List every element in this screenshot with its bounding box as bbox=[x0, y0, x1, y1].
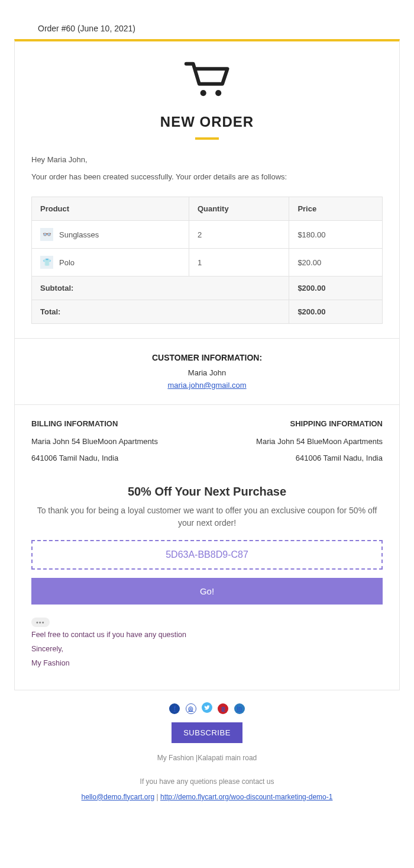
th-quantity: Quantity bbox=[189, 197, 289, 221]
footer-sep: | bbox=[154, 793, 160, 801]
coupon-code: 5D63A-BB8D9-C87 bbox=[31, 540, 383, 570]
billing-line2: 641006 Tamil Nadu, India bbox=[31, 453, 158, 464]
title-underline bbox=[195, 137, 219, 140]
customer-info-title: CUSTOMER INFORMATION: bbox=[27, 353, 387, 362]
twitter-icon[interactable] bbox=[202, 702, 212, 713]
shipping-block: SHIPPING INFORMATION Maria John 54 BlueM… bbox=[256, 419, 383, 470]
th-product: Product bbox=[32, 197, 189, 221]
customer-name: Maria John bbox=[27, 368, 387, 377]
email-card: NEW ORDER Hey Maria John, Your order has… bbox=[14, 39, 400, 690]
product-qty: 2 bbox=[189, 221, 289, 249]
cart-icon bbox=[182, 59, 232, 103]
total-value: $200.00 bbox=[289, 300, 383, 324]
order-table: Product Quantity Price 👓 Sunglasses bbox=[31, 197, 383, 324]
facebook-icon[interactable]: f bbox=[169, 703, 180, 714]
shipping-line1: Maria John 54 BlueMoon Apartments bbox=[256, 436, 383, 447]
billing-title: BILLING INFORMATION bbox=[31, 419, 158, 428]
new-order-title: NEW ORDER bbox=[27, 114, 387, 130]
polo-icon: 👕 bbox=[40, 256, 53, 269]
customer-email-link[interactable]: maria.john@gmail.com bbox=[167, 381, 246, 390]
go-button[interactable]: Go! bbox=[31, 578, 383, 605]
shipping-title: SHIPPING INFORMATION bbox=[256, 419, 383, 428]
footer-address: My Fashion |Kalapati main road bbox=[38, 753, 376, 763]
pinterest-icon[interactable]: p bbox=[218, 703, 228, 714]
billing-block: BILLING INFORMATION Maria John 54 BlueMo… bbox=[31, 419, 158, 470]
intro-text: Your order has been created successfully… bbox=[31, 172, 383, 181]
subscribe-button[interactable]: SUBSCRIBE bbox=[172, 722, 242, 743]
subtotal-row: Subtotal: $200.00 bbox=[32, 277, 383, 300]
subtotal-value: $200.00 bbox=[289, 277, 383, 300]
order-header: Order #60 (June 10, 2021) bbox=[14, 24, 400, 33]
billing-line1: Maria John 54 BlueMoon Apartments bbox=[31, 436, 158, 447]
linkedin-icon[interactable]: in bbox=[234, 703, 245, 714]
promo-title: 50% Off Your Next Purchase bbox=[31, 485, 383, 499]
closing-brand: My Fashion bbox=[31, 659, 383, 667]
table-row: 👕 Polo 1 $20.00 bbox=[32, 249, 383, 277]
product-price: $180.00 bbox=[289, 221, 383, 249]
shipping-line2: 641006 Tamil Nadu, India bbox=[256, 453, 383, 464]
table-row: 👓 Sunglasses 2 $180.00 bbox=[32, 221, 383, 249]
sunglasses-icon: 👓 bbox=[40, 228, 53, 241]
footer-email-link[interactable]: hello@demo.flycart.org bbox=[82, 793, 155, 801]
closing-contact: Feel free to contact us if you have any … bbox=[31, 631, 383, 639]
product-price: $20.00 bbox=[289, 249, 383, 277]
product-name: Polo bbox=[59, 258, 75, 267]
footer-question: If you have any quetions please contact … bbox=[38, 776, 376, 787]
product-qty: 1 bbox=[189, 249, 289, 277]
subtotal-label: Subtotal: bbox=[32, 277, 289, 300]
th-price: Price bbox=[289, 197, 383, 221]
total-label: Total: bbox=[32, 300, 289, 324]
footer-url-link[interactable]: http://demo.flycart.org/woo-discount-mar… bbox=[160, 793, 332, 801]
svg-point-1 bbox=[215, 90, 221, 96]
svg-point-0 bbox=[200, 90, 206, 96]
total-row: Total: $200.00 bbox=[32, 300, 383, 324]
promo-desc: To thank you for being a loyal customer … bbox=[31, 504, 383, 529]
social-row: f ◎ p in bbox=[38, 702, 376, 714]
ellipsis-icon: ••• bbox=[31, 618, 50, 627]
closing-sincerely: Sincerely, bbox=[31, 645, 383, 653]
greeting-text: Hey Maria John, bbox=[31, 155, 383, 164]
product-name: Sunglasses bbox=[59, 230, 99, 239]
instagram-icon[interactable]: ◎ bbox=[186, 703, 196, 714]
